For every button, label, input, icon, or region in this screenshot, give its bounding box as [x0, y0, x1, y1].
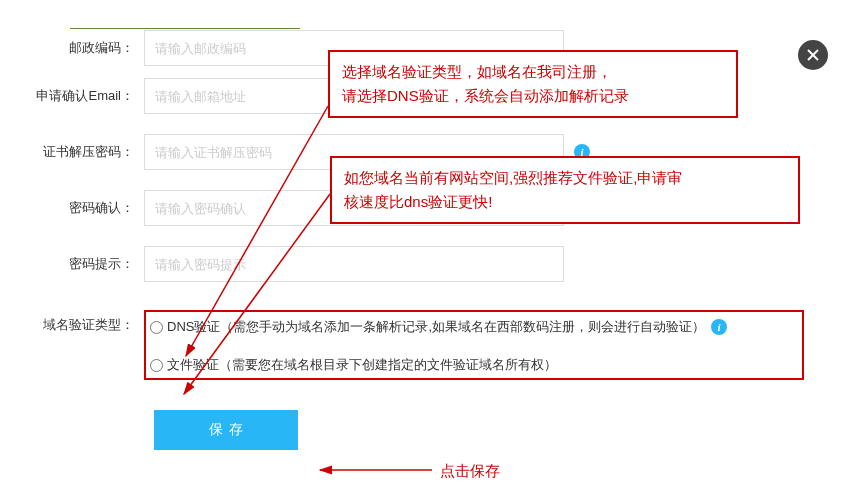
- radio-dns[interactable]: DNS验证（需您手动为域名添加一条解析记录,如果域名在西部数码注册，则会进行自动…: [150, 318, 798, 336]
- domain-verify-label: 域名验证类型：: [0, 310, 144, 334]
- radio-dns-label: DNS验证（需您手动为域名添加一条解析记录,如果域名在西部数码注册，则会进行自动…: [167, 318, 705, 336]
- annotation-save: 点击保存: [440, 462, 500, 481]
- annotation-verify-type: 选择域名验证类型，如域名在我司注册， 请选择DNS验证，系统会自动添加解析记录: [328, 50, 738, 118]
- radio-dns-input[interactable]: [150, 321, 163, 334]
- email-label: 申请确认Email：: [0, 87, 144, 105]
- annotation-file-verify: 如您域名当前有网站空间,强烈推荐文件验证,申请审 核速度比dns验证更快!: [330, 156, 800, 224]
- radio-file[interactable]: 文件验证（需要您在域名根目录下创建指定的文件验证域名所有权）: [150, 356, 798, 374]
- close-button[interactable]: [798, 40, 828, 70]
- cert-password-label: 证书解压密码：: [0, 143, 144, 161]
- postal-code-label: 邮政编码：: [0, 39, 144, 57]
- password-hint-label: 密码提示：: [0, 255, 144, 273]
- radio-file-label: 文件验证（需要您在域名根目录下创建指定的文件验证域名所有权）: [167, 356, 557, 374]
- close-icon: [806, 48, 820, 62]
- top-divider: [70, 28, 300, 29]
- domain-verify-group: DNS验证（需您手动为域名添加一条解析记录,如果域名在西部数码注册，则会进行自动…: [144, 310, 804, 380]
- save-button[interactable]: 保存: [154, 410, 298, 450]
- info-icon[interactable]: i: [711, 319, 727, 335]
- radio-file-input[interactable]: [150, 359, 163, 372]
- password-confirm-label: 密码确认：: [0, 199, 144, 217]
- password-hint-input[interactable]: [144, 246, 564, 282]
